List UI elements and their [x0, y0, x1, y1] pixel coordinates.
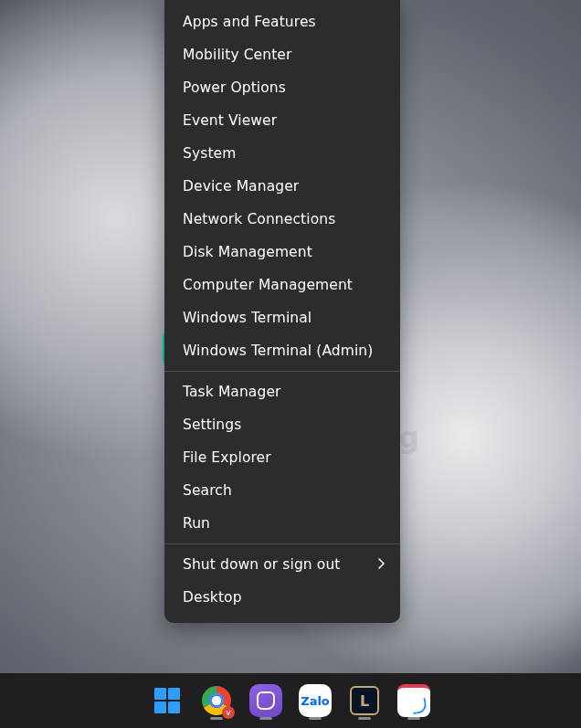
- menu-label: Network Connections: [183, 211, 335, 227]
- menu-item-windows-terminal[interactable]: Windows Terminal: [164, 301, 400, 334]
- menu-label: Device Manager: [183, 178, 299, 195]
- menu-label: Shut down or sign out: [183, 556, 340, 573]
- menu-label: Disk Management: [183, 244, 312, 260]
- league-icon: L: [350, 686, 379, 715]
- menu-item-run[interactable]: Run: [164, 507, 400, 540]
- menu-item-power-options[interactable]: Power Options: [164, 71, 400, 104]
- menu-item-task-manager[interactable]: Task Manager: [164, 375, 400, 408]
- menu-divider: [164, 543, 400, 544]
- menu-label: Search: [183, 482, 232, 499]
- menu-item-device-manager[interactable]: Device Manager: [164, 170, 400, 203]
- menu-item-system[interactable]: System: [164, 137, 400, 170]
- menu-label: Computer Management: [183, 277, 353, 293]
- menu-label: File Explorer: [183, 449, 271, 466]
- taskbar: v Zalo L: [0, 673, 581, 728]
- winx-context-menu: Apps and Features Mobility Center Power …: [164, 0, 400, 623]
- menu-label: Windows Terminal: [183, 310, 312, 326]
- taskbar-chrome[interactable]: v: [196, 681, 237, 721]
- menu-divider: [164, 371, 400, 372]
- viber-icon: [249, 684, 282, 717]
- menu-item-shut-down-or-sign-out[interactable]: Shut down or sign out: [164, 548, 400, 581]
- chrome-badge: v: [222, 706, 235, 719]
- snipping-tool-icon: [397, 684, 430, 717]
- zalo-icon: Zalo: [299, 684, 332, 717]
- menu-item-settings[interactable]: Settings: [164, 408, 400, 441]
- menu-label: Power Options: [183, 79, 286, 96]
- menu-label: System: [183, 145, 236, 162]
- menu-label: Settings: [183, 417, 241, 433]
- menu-label: Event Viewer: [183, 112, 277, 129]
- menu-item-mobility-center[interactable]: Mobility Center: [164, 38, 400, 71]
- menu-item-computer-management[interactable]: Computer Management: [164, 269, 400, 301]
- running-indicator: [309, 717, 322, 720]
- running-indicator: [407, 717, 420, 720]
- menu-item-search[interactable]: Search: [164, 474, 400, 507]
- menu-item-desktop[interactable]: Desktop: [164, 581, 400, 614]
- menu-label: Run: [183, 515, 210, 532]
- menu-label: Apps and Features: [183, 14, 316, 30]
- taskbar-league[interactable]: L: [344, 681, 385, 721]
- running-indicator: [259, 717, 272, 720]
- menu-item-network-connections[interactable]: Network Connections: [164, 203, 400, 236]
- menu-item-event-viewer[interactable]: Event Viewer: [164, 104, 400, 137]
- taskbar-viber[interactable]: [246, 681, 286, 721]
- menu-label: Mobility Center: [183, 47, 291, 63]
- menu-label: Windows Terminal (Admin): [183, 343, 373, 359]
- running-indicator: [358, 717, 371, 720]
- taskbar-start-button[interactable]: [147, 681, 187, 721]
- menu-item-disk-management[interactable]: Disk Management: [164, 236, 400, 269]
- taskbar-snipping-tool[interactable]: [394, 681, 434, 721]
- menu-label: Task Manager: [183, 384, 281, 400]
- chrome-icon: v: [202, 686, 231, 715]
- menu-item-apps-features[interactable]: Apps and Features: [164, 5, 400, 38]
- desktop-wallpaper: Quantrimang Apps and Features Mobility C…: [0, 0, 581, 728]
- menu-item-file-explorer[interactable]: File Explorer: [164, 441, 400, 474]
- taskbar-zalo[interactable]: Zalo: [295, 681, 335, 721]
- running-indicator: [210, 717, 223, 720]
- menu-label: Desktop: [183, 589, 242, 606]
- chevron-right-icon: [378, 556, 386, 573]
- menu-item-windows-terminal-admin[interactable]: Windows Terminal (Admin): [164, 334, 400, 367]
- windows-logo-icon: [154, 688, 180, 713]
